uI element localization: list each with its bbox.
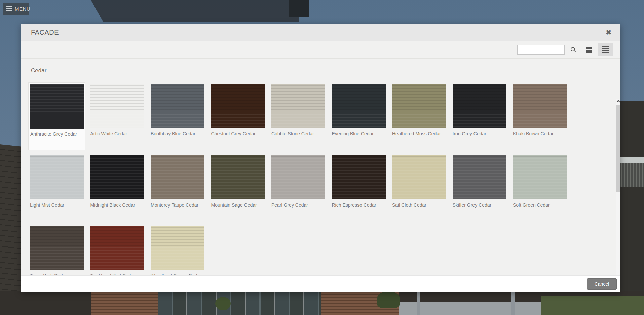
scrollbar-track[interactable]	[616, 104, 620, 275]
background-brick-wall-left	[91, 291, 158, 315]
swatch-color[interactable]	[271, 155, 325, 199]
swatch-tile[interactable]: Anthracite Grey Cedar	[28, 82, 85, 150]
scroll-up-icon[interactable]	[616, 99, 620, 104]
swatch-color[interactable]	[392, 84, 446, 128]
swatch-tile[interactable]: Monterey Taupe Cedar	[149, 153, 206, 209]
swatch-color[interactable]	[30, 84, 84, 129]
grid-view-icon[interactable]	[582, 43, 596, 56]
facade-dialog: FACADE ✖ Cedar Anthracite Grey CedarArti…	[21, 24, 620, 292]
swatch-color[interactable]	[90, 84, 144, 128]
swatch-label: Light Mist Cedar	[30, 202, 84, 208]
swatch-color[interactable]	[332, 84, 386, 128]
swatch-color[interactable]	[90, 226, 144, 270]
swatch-tile[interactable]: Mountain Sage Cedar	[210, 153, 267, 209]
swatch-label: Iron Grey Cedar	[453, 131, 506, 136]
swatch-color[interactable]	[151, 84, 204, 128]
background-pergola-post	[511, 291, 515, 315]
swatch-tile[interactable]: Artic White Cedar	[89, 82, 146, 138]
swatch-label: Heathered Moss Cedar	[392, 131, 446, 136]
swatch-tile[interactable]: Heathered Moss Cedar	[390, 82, 448, 138]
swatch-tile[interactable]: Timer Bark Cedar	[28, 224, 85, 275]
swatch-color[interactable]	[271, 84, 325, 128]
swatch-color[interactable]	[211, 84, 265, 128]
swatch-label: Cobble Stone Cedar	[271, 131, 325, 136]
scrollbar-thumb[interactable]	[616, 105, 620, 192]
swatch-tile[interactable]: Chestnut Grey Cedar	[210, 82, 267, 138]
swatch-color[interactable]	[513, 84, 567, 128]
swatch-tile[interactable]: Midnight Black Cedar	[89, 153, 146, 209]
background-roof	[91, 0, 299, 22]
list-view-icon[interactable]	[598, 43, 613, 56]
swatch-label: Evening Blue Cedar	[332, 131, 386, 136]
menu-button-label: MENU	[15, 6, 30, 12]
swatch-tile[interactable]: Khaki Brown Cedar	[511, 82, 568, 138]
section-title: Cedar	[21, 59, 620, 78]
background-glass-doors	[158, 291, 321, 315]
swatch-tile[interactable]: Soft Green Cedar	[511, 153, 568, 209]
swatch-label: Soft Green Cedar	[513, 202, 567, 208]
swatch-label: Anthracite Grey Cedar	[30, 131, 83, 137]
swatch-label: Mountain Sage Cedar	[211, 202, 265, 208]
scrollbar[interactable]	[616, 99, 620, 275]
swatch-color[interactable]	[30, 155, 84, 199]
swatch-color[interactable]	[151, 226, 204, 270]
swatch-tile[interactable]: Iron Grey Cedar	[451, 82, 508, 138]
background-pergola-post	[417, 291, 420, 315]
dialog-toolbar	[21, 41, 620, 59]
swatch-color[interactable]	[453, 84, 506, 128]
swatch-color[interactable]	[211, 155, 265, 199]
swatch-label: Midnight Black Cedar	[90, 202, 144, 208]
swatch-color[interactable]	[30, 226, 84, 270]
menu-button[interactable]: MENU	[3, 3, 29, 15]
swatch-tile[interactable]: Sail Cloth Cedar	[390, 153, 448, 209]
swatch-label: Rich Espresso Cedar	[332, 202, 386, 208]
dialog-title: FACADE	[31, 29, 59, 36]
swatch-label: Artic White Cedar	[90, 131, 144, 136]
swatch-color[interactable]	[90, 155, 144, 199]
swatch-tile[interactable]: Boothbay Blue Cedar	[149, 82, 206, 138]
search-icon[interactable]	[567, 43, 580, 56]
swatch-tile[interactable]: Pearl Grey Cedar	[270, 153, 327, 209]
swatch-label: Timer Bark Cedar	[30, 273, 84, 275]
background-balcony-rail	[619, 157, 644, 163]
cancel-button[interactable]: Cancel	[587, 278, 617, 290]
background-right-building	[619, 101, 644, 315]
swatch-label: Pearl Grey Cedar	[271, 202, 325, 208]
swatch-label: Sail Cloth Cedar	[392, 202, 446, 208]
background-roof-edge	[289, 0, 309, 17]
swatch-tile[interactable]: Light Mist Cedar	[28, 153, 85, 209]
swatch-color[interactable]	[392, 155, 446, 199]
search-input[interactable]	[517, 45, 565, 55]
swatch-label: Woodland Cream Cedar	[151, 273, 204, 275]
swatch-grid: Anthracite Grey CedarArtic White CedarBo…	[21, 77, 614, 275]
swatch-color[interactable]	[513, 155, 567, 199]
background-balcony-balusters	[619, 163, 644, 187]
background-plant	[377, 291, 400, 308]
swatch-tile[interactable]: Cobble Stone Cedar	[270, 82, 327, 138]
swatch-label: Skiffer Grey Cedar	[453, 202, 506, 208]
dialog-footer: Cancel	[21, 275, 620, 292]
swatch-color[interactable]	[151, 155, 204, 199]
swatch-tile[interactable]: Traditonal Red Cedar	[89, 224, 146, 275]
swatch-tile[interactable]: Skiffer Grey Cedar	[451, 153, 508, 209]
background-plant	[215, 297, 231, 310]
hamburger-icon	[6, 6, 12, 11]
dialog-body: Cedar Anthracite Grey CedarArtic White C…	[21, 59, 620, 275]
swatch-tile[interactable]: Rich Espresso Cedar	[330, 153, 387, 209]
dialog-header: FACADE ✖	[21, 24, 620, 41]
swatch-tile[interactable]: Woodland Cream Cedar	[149, 224, 206, 275]
swatch-label: Chestnut Grey Cedar	[211, 131, 265, 136]
swatch-tile[interactable]: Evening Blue Cedar	[330, 82, 387, 138]
swatch-color[interactable]	[453, 155, 506, 199]
swatch-color[interactable]	[332, 155, 386, 199]
swatch-label: Monterey Taupe Cedar	[151, 202, 204, 208]
close-icon[interactable]: ✖	[606, 29, 612, 36]
swatch-label: Boothbay Blue Cedar	[151, 131, 204, 136]
background-grass	[541, 296, 644, 315]
swatch-label: Khaki Brown Cedar	[513, 131, 567, 136]
swatch-label: Traditonal Red Cedar	[90, 273, 144, 275]
